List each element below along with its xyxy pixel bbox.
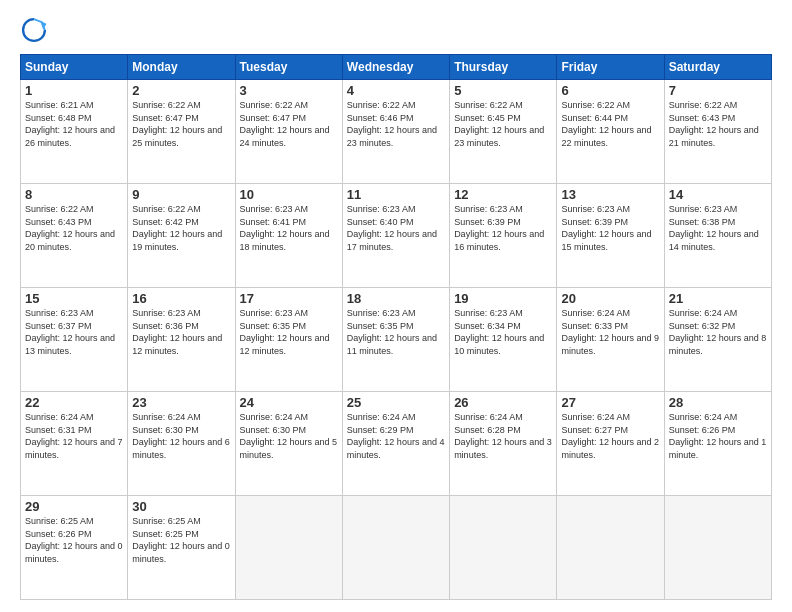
day-detail: Sunrise: 6:23 AM Sunset: 6:40 PM Dayligh… [347, 203, 445, 253]
calendar-cell: 27Sunrise: 6:24 AM Sunset: 6:27 PM Dayli… [557, 392, 664, 496]
day-detail: Sunrise: 6:23 AM Sunset: 6:37 PM Dayligh… [25, 307, 123, 357]
day-number: 23 [132, 395, 230, 410]
day-number: 9 [132, 187, 230, 202]
calendar-cell: 17Sunrise: 6:23 AM Sunset: 6:35 PM Dayli… [235, 288, 342, 392]
calendar-cell: 29Sunrise: 6:25 AM Sunset: 6:26 PM Dayli… [21, 496, 128, 600]
day-number: 22 [25, 395, 123, 410]
day-number: 26 [454, 395, 552, 410]
calendar-cell: 16Sunrise: 6:23 AM Sunset: 6:36 PM Dayli… [128, 288, 235, 392]
calendar-cell: 19Sunrise: 6:23 AM Sunset: 6:34 PM Dayli… [450, 288, 557, 392]
day-detail: Sunrise: 6:24 AM Sunset: 6:27 PM Dayligh… [561, 411, 659, 461]
calendar-week-4: 22Sunrise: 6:24 AM Sunset: 6:31 PM Dayli… [21, 392, 772, 496]
calendar-cell: 25Sunrise: 6:24 AM Sunset: 6:29 PM Dayli… [342, 392, 449, 496]
calendar-cell: 11Sunrise: 6:23 AM Sunset: 6:40 PM Dayli… [342, 184, 449, 288]
calendar-cell: 6Sunrise: 6:22 AM Sunset: 6:44 PM Daylig… [557, 80, 664, 184]
calendar-cell: 12Sunrise: 6:23 AM Sunset: 6:39 PM Dayli… [450, 184, 557, 288]
day-detail: Sunrise: 6:24 AM Sunset: 6:33 PM Dayligh… [561, 307, 659, 357]
day-number: 7 [669, 83, 767, 98]
calendar-cell [664, 496, 771, 600]
calendar-cell: 10Sunrise: 6:23 AM Sunset: 6:41 PM Dayli… [235, 184, 342, 288]
day-detail: Sunrise: 6:23 AM Sunset: 6:41 PM Dayligh… [240, 203, 338, 253]
day-number: 14 [669, 187, 767, 202]
day-number: 18 [347, 291, 445, 306]
day-number: 10 [240, 187, 338, 202]
calendar-table: SundayMondayTuesdayWednesdayThursdayFrid… [20, 54, 772, 600]
logo-icon [20, 16, 48, 44]
weekday-tuesday: Tuesday [235, 55, 342, 80]
calendar-week-5: 29Sunrise: 6:25 AM Sunset: 6:26 PM Dayli… [21, 496, 772, 600]
day-number: 6 [561, 83, 659, 98]
day-detail: Sunrise: 6:25 AM Sunset: 6:25 PM Dayligh… [132, 515, 230, 565]
calendar-cell: 30Sunrise: 6:25 AM Sunset: 6:25 PM Dayli… [128, 496, 235, 600]
day-detail: Sunrise: 6:22 AM Sunset: 6:45 PM Dayligh… [454, 99, 552, 149]
calendar-cell: 9Sunrise: 6:22 AM Sunset: 6:42 PM Daylig… [128, 184, 235, 288]
calendar-cell: 26Sunrise: 6:24 AM Sunset: 6:28 PM Dayli… [450, 392, 557, 496]
calendar-cell: 2Sunrise: 6:22 AM Sunset: 6:47 PM Daylig… [128, 80, 235, 184]
calendar-cell [557, 496, 664, 600]
day-number: 3 [240, 83, 338, 98]
day-number: 27 [561, 395, 659, 410]
day-detail: Sunrise: 6:22 AM Sunset: 6:46 PM Dayligh… [347, 99, 445, 149]
calendar-cell: 28Sunrise: 6:24 AM Sunset: 6:26 PM Dayli… [664, 392, 771, 496]
day-detail: Sunrise: 6:24 AM Sunset: 6:31 PM Dayligh… [25, 411, 123, 461]
day-detail: Sunrise: 6:24 AM Sunset: 6:28 PM Dayligh… [454, 411, 552, 461]
day-detail: Sunrise: 6:24 AM Sunset: 6:30 PM Dayligh… [132, 411, 230, 461]
day-number: 13 [561, 187, 659, 202]
logo [20, 16, 52, 44]
day-number: 19 [454, 291, 552, 306]
calendar-cell: 4Sunrise: 6:22 AM Sunset: 6:46 PM Daylig… [342, 80, 449, 184]
day-detail: Sunrise: 6:22 AM Sunset: 6:42 PM Dayligh… [132, 203, 230, 253]
day-number: 5 [454, 83, 552, 98]
calendar-cell: 5Sunrise: 6:22 AM Sunset: 6:45 PM Daylig… [450, 80, 557, 184]
day-detail: Sunrise: 6:21 AM Sunset: 6:48 PM Dayligh… [25, 99, 123, 149]
calendar-cell: 15Sunrise: 6:23 AM Sunset: 6:37 PM Dayli… [21, 288, 128, 392]
calendar-cell: 24Sunrise: 6:24 AM Sunset: 6:30 PM Dayli… [235, 392, 342, 496]
calendar-cell: 8Sunrise: 6:22 AM Sunset: 6:43 PM Daylig… [21, 184, 128, 288]
day-detail: Sunrise: 6:22 AM Sunset: 6:47 PM Dayligh… [132, 99, 230, 149]
day-detail: Sunrise: 6:23 AM Sunset: 6:35 PM Dayligh… [240, 307, 338, 357]
weekday-sunday: Sunday [21, 55, 128, 80]
day-detail: Sunrise: 6:22 AM Sunset: 6:43 PM Dayligh… [669, 99, 767, 149]
day-number: 8 [25, 187, 123, 202]
day-detail: Sunrise: 6:22 AM Sunset: 6:44 PM Dayligh… [561, 99, 659, 149]
day-number: 1 [25, 83, 123, 98]
day-detail: Sunrise: 6:23 AM Sunset: 6:38 PM Dayligh… [669, 203, 767, 253]
day-number: 17 [240, 291, 338, 306]
day-number: 20 [561, 291, 659, 306]
day-number: 15 [25, 291, 123, 306]
weekday-saturday: Saturday [664, 55, 771, 80]
day-number: 12 [454, 187, 552, 202]
day-number: 16 [132, 291, 230, 306]
day-detail: Sunrise: 6:24 AM Sunset: 6:30 PM Dayligh… [240, 411, 338, 461]
weekday-friday: Friday [557, 55, 664, 80]
calendar-cell: 1Sunrise: 6:21 AM Sunset: 6:48 PM Daylig… [21, 80, 128, 184]
weekday-thursday: Thursday [450, 55, 557, 80]
calendar-cell [450, 496, 557, 600]
calendar-week-3: 15Sunrise: 6:23 AM Sunset: 6:37 PM Dayli… [21, 288, 772, 392]
calendar-cell: 13Sunrise: 6:23 AM Sunset: 6:39 PM Dayli… [557, 184, 664, 288]
day-detail: Sunrise: 6:24 AM Sunset: 6:26 PM Dayligh… [669, 411, 767, 461]
calendar-cell: 23Sunrise: 6:24 AM Sunset: 6:30 PM Dayli… [128, 392, 235, 496]
day-detail: Sunrise: 6:25 AM Sunset: 6:26 PM Dayligh… [25, 515, 123, 565]
day-detail: Sunrise: 6:24 AM Sunset: 6:32 PM Dayligh… [669, 307, 767, 357]
day-number: 11 [347, 187, 445, 202]
day-number: 25 [347, 395, 445, 410]
day-detail: Sunrise: 6:22 AM Sunset: 6:43 PM Dayligh… [25, 203, 123, 253]
weekday-monday: Monday [128, 55, 235, 80]
day-detail: Sunrise: 6:23 AM Sunset: 6:34 PM Dayligh… [454, 307, 552, 357]
calendar-week-2: 8Sunrise: 6:22 AM Sunset: 6:43 PM Daylig… [21, 184, 772, 288]
calendar-cell: 21Sunrise: 6:24 AM Sunset: 6:32 PM Dayli… [664, 288, 771, 392]
day-number: 2 [132, 83, 230, 98]
day-detail: Sunrise: 6:23 AM Sunset: 6:35 PM Dayligh… [347, 307, 445, 357]
calendar-cell: 14Sunrise: 6:23 AM Sunset: 6:38 PM Dayli… [664, 184, 771, 288]
header [20, 16, 772, 44]
calendar-cell: 3Sunrise: 6:22 AM Sunset: 6:47 PM Daylig… [235, 80, 342, 184]
weekday-header-row: SundayMondayTuesdayWednesdayThursdayFrid… [21, 55, 772, 80]
calendar-cell [235, 496, 342, 600]
calendar-cell: 18Sunrise: 6:23 AM Sunset: 6:35 PM Dayli… [342, 288, 449, 392]
calendar-cell: 7Sunrise: 6:22 AM Sunset: 6:43 PM Daylig… [664, 80, 771, 184]
day-detail: Sunrise: 6:23 AM Sunset: 6:39 PM Dayligh… [561, 203, 659, 253]
day-detail: Sunrise: 6:22 AM Sunset: 6:47 PM Dayligh… [240, 99, 338, 149]
calendar-week-1: 1Sunrise: 6:21 AM Sunset: 6:48 PM Daylig… [21, 80, 772, 184]
calendar-cell: 20Sunrise: 6:24 AM Sunset: 6:33 PM Dayli… [557, 288, 664, 392]
